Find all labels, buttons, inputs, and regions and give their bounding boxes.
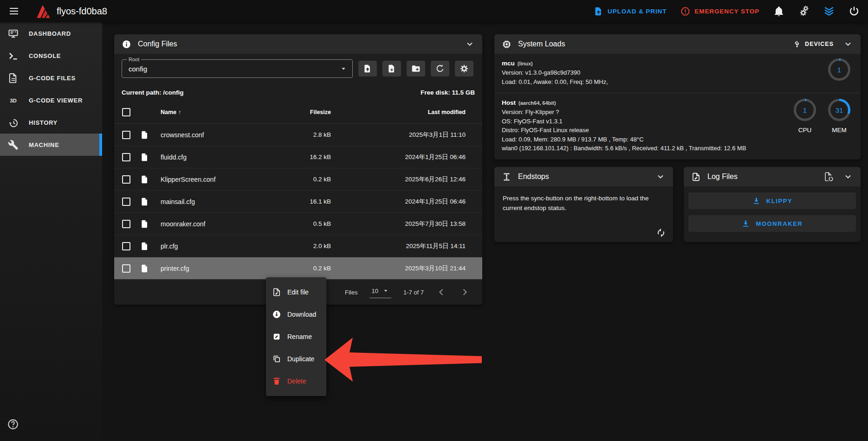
create-folder-button[interactable] [407, 61, 425, 77]
file-upload-icon [363, 64, 372, 73]
sidebar-item[interactable]: G-CODE FILES [0, 67, 102, 89]
table-row[interactable]: mainsail.cfg 16.1 kB 2024年1月25日 06:46 [114, 191, 482, 213]
chevron-right-icon [459, 287, 470, 298]
history-icon [8, 117, 19, 128]
table-row[interactable]: moonraker.conf 0.5 kB 2025年7月30日 13:58 [114, 213, 482, 235]
upload-print-button[interactable]: UPLOAD & PRINT [594, 6, 667, 16]
sync-icon [655, 227, 667, 238]
power-button[interactable] [849, 6, 860, 17]
sidebar-item[interactable]: MACHINE [0, 134, 102, 156]
next-page-button[interactable] [459, 287, 470, 298]
alert-octagon-icon [680, 6, 690, 16]
page-title: flyos-fd0ba8 [57, 6, 107, 17]
context-menu-item[interactable]: Rename [266, 326, 326, 348]
layers-button[interactable] [823, 6, 835, 17]
sidebar-nav: DASHBOARD CONSOLE G-CODE FILES G-CODE VI… [0, 22, 102, 156]
refresh-button[interactable] [431, 61, 449, 77]
menu-button[interactable] [8, 6, 19, 17]
previous-page-button[interactable] [436, 287, 447, 298]
devices-button[interactable]: DEVICES [793, 40, 834, 48]
row-checkbox[interactable] [122, 153, 130, 161]
system-loads-panel: System Loads DEVICES mcu(linux) Version:… [494, 34, 861, 160]
select-all-checkbox[interactable] [122, 108, 130, 116]
sidebar-item-label: CONSOLE [29, 52, 61, 59]
sidebar-item[interactable]: DASHBOARD [0, 22, 102, 45]
context-menu-item[interactable]: Delete [266, 370, 326, 392]
sidebar-item[interactable]: HISTORY [0, 111, 102, 134]
row-checkbox[interactable] [122, 175, 130, 184]
collapse-button[interactable] [465, 39, 475, 49]
mcu-load-gauge: 1 [828, 58, 850, 81]
config-files-panel: Config Files Root config Current path: /… [114, 34, 482, 305]
file-modified: 2025年3月1日 11:10 [331, 131, 466, 139]
help-button[interactable] [7, 418, 19, 430]
services-button[interactable] [798, 6, 810, 17]
root-select-label: Root [127, 57, 141, 62]
rollover-logs-button[interactable] [823, 172, 834, 182]
info-icon [122, 39, 131, 49]
log-files-panel: Log Files KLIPPY MOONRAKER [684, 167, 861, 242]
context-menu-item[interactable]: Download [266, 303, 326, 326]
sidebar-item[interactable]: CONSOLE [0, 45, 102, 67]
collapse-button[interactable] [655, 172, 666, 182]
layers-icon [823, 6, 835, 17]
file-name: fluidd.cfg [161, 153, 247, 161]
collapse-button[interactable] [843, 172, 853, 182]
file-modified: 2025年3月10日 21:44 [331, 264, 466, 273]
panel-title: Log Files [707, 173, 738, 181]
table-row[interactable]: plr.cfg 2.0 kB 2025年11月5日 14:11 [114, 235, 482, 257]
config-files-header: Config Files [114, 34, 482, 54]
host-line: Load: 0.09, Mem: 280.9 MB / 913.7 MB , T… [502, 135, 853, 144]
column-last-modified[interactable]: Last modified [331, 109, 466, 115]
power-icon [849, 6, 860, 17]
log-download-button[interactable]: MOONRAKER [688, 215, 856, 232]
context-menu-item-label: Duplicate [287, 355, 314, 363]
context-menu-item-label: Rename [287, 333, 312, 340]
pagination-range: 1-7 of 7 [403, 289, 424, 296]
file-icon [140, 197, 149, 206]
file-context-menu: Edit file Download Rename Duplicate Dele… [266, 277, 326, 396]
log-download-button[interactable]: KLIPPY [688, 192, 856, 209]
topbar-actions: UPLOAD & PRINT EMERGENCY STOP [594, 6, 860, 17]
upload-file-button[interactable] [358, 61, 377, 77]
table-row[interactable]: crowsnest.conf 2.8 kB 2025年3月1日 11:10 [114, 124, 482, 146]
gauge-value: 31 [836, 106, 843, 114]
table-row[interactable]: fluidd.cfg 16.2 kB 2024年1月25日 06:46 [114, 146, 482, 168]
context-menu-item-label: Delete [287, 377, 306, 385]
table-row[interactable]: KlipperScreen.conf 0.2 kB 2025年6月26日 12:… [114, 168, 482, 191]
file-icon [140, 130, 149, 140]
file-size: 0.2 kB [247, 265, 331, 272]
row-checkbox[interactable] [122, 242, 130, 250]
context-menu-item[interactable]: Edit file [266, 281, 326, 303]
emergency-stop-button[interactable]: EMERGENCY STOP [680, 6, 759, 16]
table-row[interactable]: printer.cfg 0.2 kB 2025年3月10日 21:44 [114, 257, 482, 280]
row-checkbox[interactable] [122, 198, 130, 206]
per-page-select[interactable]: 10 [369, 286, 391, 298]
file-modified: 2024年1月25日 06:46 [331, 153, 466, 161]
file-plus-icon [387, 64, 396, 73]
sync-button[interactable] [655, 227, 667, 238]
file-modified: 2024年1月25日 06:46 [331, 198, 466, 206]
caret-down-icon [339, 64, 348, 73]
chevron-left-icon [436, 287, 447, 298]
sidebar: DASHBOARD CONSOLE G-CODE FILES G-CODE VI… [0, 22, 102, 441]
notifications-button[interactable] [773, 6, 784, 17]
collapse-button[interactable] [843, 39, 853, 49]
row-checkbox[interactable] [122, 264, 130, 273]
log-files-header: Log Files [684, 167, 861, 186]
create-file-button[interactable] [382, 61, 401, 77]
root-select[interactable]: Root config [122, 59, 353, 78]
file-sync-icon [823, 172, 834, 182]
chevron-down-icon [655, 172, 666, 182]
context-menu-item[interactable]: Duplicate [266, 348, 326, 370]
row-checkbox[interactable] [122, 220, 130, 228]
column-filesize[interactable]: Filesize [247, 109, 331, 115]
endstop-icon [502, 172, 512, 182]
sidebar-item[interactable]: G-CODE VIEWER [0, 89, 102, 111]
row-checkbox[interactable] [122, 131, 130, 139]
delete-icon [272, 377, 281, 386]
gauge-value: 1 [837, 66, 841, 74]
gauge-ring: 31 [828, 99, 850, 121]
column-name[interactable]: Name↑ [161, 109, 247, 115]
settings-button[interactable] [455, 61, 473, 77]
